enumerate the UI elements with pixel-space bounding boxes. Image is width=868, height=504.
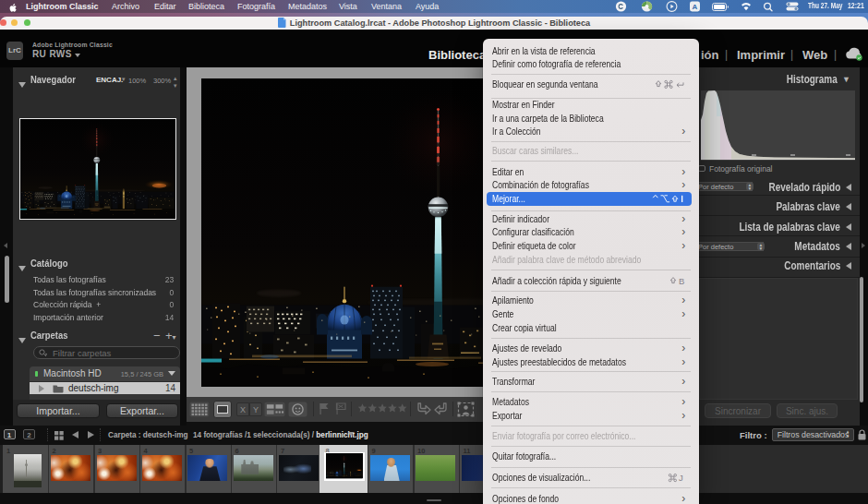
- svg-text:J: J: [679, 473, 683, 483]
- svg-text:A: A: [693, 3, 698, 11]
- svg-text:B: B: [679, 276, 684, 286]
